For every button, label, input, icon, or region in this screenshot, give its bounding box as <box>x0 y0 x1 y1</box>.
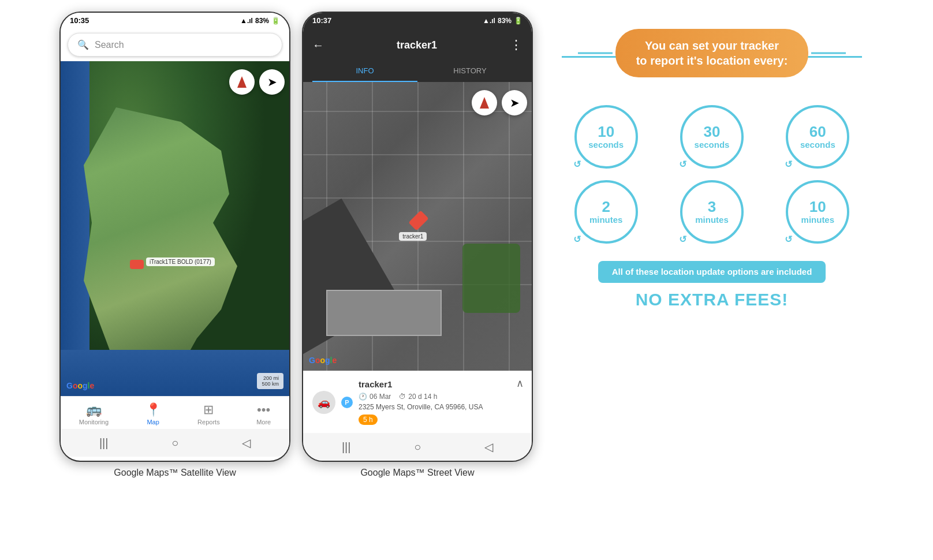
scale-text-km: 500 km <box>262 381 279 387</box>
no-fees-text: NO EXTRA FEES! <box>636 290 789 309</box>
tracker-label: iTrack1TE BOLD (0177) <box>146 257 215 266</box>
tracker-name-header: tracker1 <box>397 39 437 51</box>
phone1-signal-icon: ▲.ıl <box>240 17 253 25</box>
phone2-status-bar: 10:37 ▲.ıl 83% 🔋 <box>303 13 532 28</box>
tracker-info-row: 🚗 P tracker1 🕐 06 Mar ⏱ 20 d 14 h 2325 M… <box>312 379 523 425</box>
ocean-left <box>61 61 89 396</box>
circles-grid: ↺ 10 seconds ↺ 30 seconds ↺ 60 seconds ↺ <box>562 105 862 244</box>
circle-60-seconds: ↺ 60 seconds <box>774 105 862 169</box>
aerial-tracker-label: tracker1 <box>399 232 427 241</box>
scale-text: 200 mi <box>262 375 279 381</box>
phone2-sys-back-icon[interactable]: ||| <box>342 440 351 454</box>
tracker-avatar: 🚗 <box>312 391 335 414</box>
aerial-compass[interactable] <box>472 90 497 115</box>
monitoring-icon: 🚌 <box>86 402 102 417</box>
circle-value-3: 60 <box>809 124 826 140</box>
system-nav: ||| ○ ◁ <box>61 429 289 457</box>
more-label: More <box>256 419 271 425</box>
phone1-status-bar: 10:35 ▲.ıl 83% 🔋 <box>61 13 289 28</box>
phone2-time: 10:37 <box>312 16 331 25</box>
google-logo: Google <box>66 381 94 390</box>
phone2-header: ← tracker1 ⋮ INFO HISTORY <box>303 28 532 82</box>
time-circle-3: ↺ 60 seconds <box>786 105 849 169</box>
search-bar-container: 🔍 Search <box>61 28 289 61</box>
nav-monitoring[interactable]: 🚌 Monitoring <box>79 402 109 425</box>
curl-arrow-icon-5: ↺ <box>679 234 686 245</box>
parking-lot-background: ➤ tracker1 Google <box>303 82 532 371</box>
more-menu-button[interactable]: ⋮ <box>510 38 523 53</box>
phone2-system-nav: ||| ○ ◁ <box>303 433 532 461</box>
aerial-map[interactable]: ➤ tracker1 Google <box>303 82 532 371</box>
phone1-caption: Google Maps™ Satellite View <box>59 468 290 478</box>
circle-value-4: 2 <box>602 199 610 215</box>
time-circle-4: ↺ 2 minutes <box>574 180 638 244</box>
phone2-caption: Google Maps™ Street View <box>302 468 533 478</box>
circle-10-minutes: ↺ 10 minutes <box>774 180 862 244</box>
compass-button[interactable] <box>229 69 255 95</box>
circle-value-2: 30 <box>704 124 721 140</box>
nav-reports[interactable]: ⊞ Reports <box>197 402 220 425</box>
curl-arrow-icon-1: ↺ <box>573 159 581 170</box>
nav-more[interactable]: ••• More <box>256 402 271 425</box>
aerial-navigate-button[interactable]: ➤ <box>502 90 527 115</box>
circle-3-minutes: ↺ 3 minutes <box>667 180 756 244</box>
phone2-mockup: 10:37 ▲.ıl 83% 🔋 ← tracker1 ⋮ INFO HISTO… <box>302 12 533 462</box>
tracker-meta: 🕐 06 Mar ⏱ 20 d 14 h <box>359 393 483 401</box>
bottom-nav: 🚌 Monitoring 📍 Map ⊞ Reports ••• More <box>61 396 289 429</box>
tab-info[interactable]: INFO <box>312 61 417 82</box>
phone2-sys-home-icon[interactable]: ○ <box>414 440 421 454</box>
circle-10-seconds: ↺ 10 seconds <box>562 105 650 169</box>
car-icon <box>130 260 144 269</box>
phone1-time: 10:35 <box>70 16 89 25</box>
chevron-up-icon[interactable]: ∧ <box>516 377 524 390</box>
phone1-mockup: 10:35 ▲.ıl 83% 🔋 🔍 Search <box>59 12 290 462</box>
circle-value-6: 10 <box>809 199 826 215</box>
circle-value-1: 10 <box>598 124 614 140</box>
phone2-signal-icon: ▲.ıl <box>483 17 495 25</box>
tracker-duration: ⏱ 20 d 14 h <box>399 393 437 401</box>
circle-unit-2: seconds <box>695 140 730 150</box>
time-circle-6: ↺ 10 minutes <box>786 180 849 244</box>
duration-badge: 5 h <box>359 415 378 425</box>
banner-line1: You can set your tracker <box>636 38 788 53</box>
aerial-google-logo: Google <box>309 356 337 365</box>
satellite-background: ➤ iTrack1TE BOLD (0177) Google 200 mi 50… <box>61 61 289 396</box>
circle-unit-6: minutes <box>801 215 835 225</box>
search-bar[interactable]: 🔍 Search <box>68 33 282 57</box>
back-button[interactable]: ← <box>312 39 324 52</box>
parking-badge: P <box>341 397 353 408</box>
more-icon: ••• <box>257 402 270 417</box>
included-banner: All of these location update options are… <box>598 261 826 283</box>
reports-icon: ⊞ <box>203 402 214 417</box>
navigate-icon: ➤ <box>267 75 277 89</box>
sys-home-icon[interactable]: ○ <box>171 436 178 450</box>
circle-unit-3: seconds <box>800 140 835 150</box>
search-icon: 🔍 <box>77 39 89 50</box>
parking-line-v <box>463 82 464 371</box>
time-circle-2: ↺ 30 seconds <box>680 105 744 169</box>
sys-back-icon[interactable]: ||| <box>99 436 109 450</box>
tracker-marker[interactable]: iTrack1TE BOLD (0177) <box>130 260 144 269</box>
navigate-button[interactable]: ➤ <box>259 69 285 95</box>
tracker-address: 2325 Myers St, Oroville, CA 95966, USA <box>359 403 483 411</box>
tracker-date: 🕐 06 Mar <box>359 393 391 401</box>
nav-map[interactable]: 📍 Map <box>145 402 161 425</box>
included-text: All of these location update options are… <box>612 267 812 277</box>
aerial-car-marker <box>408 210 428 230</box>
monitoring-label: Monitoring <box>79 419 109 425</box>
aerial-compass-arrow-icon <box>480 97 489 109</box>
phone1-battery-icon: 🔋 <box>271 17 280 25</box>
map-icon: 📍 <box>145 402 161 417</box>
circle-value-5: 3 <box>708 199 716 215</box>
phone2-battery-icon: 🔋 <box>514 17 523 25</box>
scale-bar: 200 mi 500 km <box>257 373 283 389</box>
building <box>326 290 442 336</box>
phone2-sys-recent-icon[interactable]: ◁ <box>484 440 493 454</box>
phone2-tabs: INFO HISTORY <box>312 61 523 82</box>
parking-line-v <box>509 82 510 371</box>
sys-recent-icon[interactable]: ◁ <box>242 436 251 450</box>
tab-history[interactable]: HISTORY <box>417 61 523 82</box>
circle-30-seconds: ↺ 30 seconds <box>667 105 756 169</box>
time-circle-1: ↺ 10 seconds <box>574 105 638 169</box>
satellite-map[interactable]: ➤ iTrack1TE BOLD (0177) Google 200 mi 50… <box>61 61 289 396</box>
